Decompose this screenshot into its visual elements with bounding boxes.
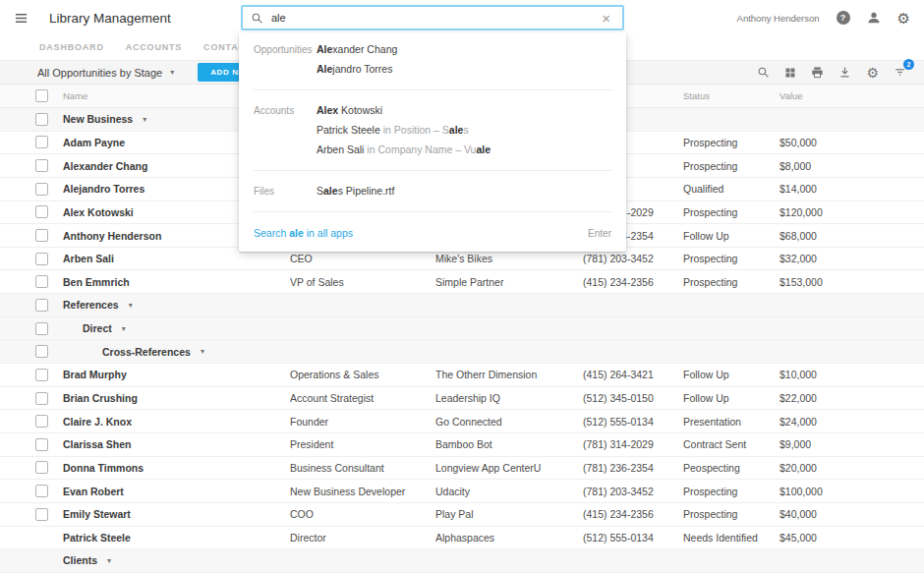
- cell-value: $14,000: [780, 183, 924, 195]
- cell-status: Follow Up: [683, 369, 780, 380]
- search-result[interactable]: Arben Sali in Company Name – Vuale: [317, 143, 611, 155]
- select-all-checkbox[interactable]: [35, 89, 48, 102]
- cell-status: Peospecting: [683, 462, 780, 474]
- dropdown-section-files: FilesSales Pipeline.rtf: [239, 174, 626, 208]
- cell-phone: (781) 236-2354: [583, 462, 683, 474]
- filter-icon[interactable]: 2: [892, 64, 908, 81]
- cell-status: Prospecting: [683, 276, 780, 288]
- collapse-caret-icon[interactable]: ▾: [107, 556, 111, 565]
- cell-status: Follow Up: [683, 392, 780, 404]
- row-checkbox[interactable]: [35, 461, 48, 474]
- user-icon[interactable]: [867, 11, 881, 25]
- top-bar: Library Management × Anthony Henderson ?…: [0, 0, 924, 35]
- group-row[interactable]: Cross-References▾: [0, 340, 924, 364]
- grid-view-icon[interactable]: [782, 65, 798, 81]
- table-row[interactable]: Ben EmmrichVP of SalesSimple Partner(415…: [0, 270, 924, 294]
- cell-status: Prospecting: [683, 160, 780, 172]
- cell-title: Director: [290, 532, 435, 544]
- row-checkbox[interactable]: [35, 113, 48, 126]
- dropdown-sections: OpportunitiesAlexander ChangAlejandro To…: [239, 32, 626, 208]
- row-checkbox[interactable]: [35, 183, 48, 196]
- row-checkbox[interactable]: [35, 508, 48, 521]
- table-row[interactable]: Brian CrushingAccount StrategistLeadersh…: [0, 387, 924, 411]
- section-label: Opportunities: [254, 43, 317, 83]
- row-name: Alejandro Torres: [63, 183, 144, 195]
- row-checkbox[interactable]: [35, 345, 48, 358]
- cell-status: Presentation: [683, 416, 780, 428]
- search-result[interactable]: Sales Pipeline.rtf: [317, 185, 611, 197]
- cell-status: Follow Up: [683, 230, 780, 242]
- row-checkbox[interactable]: [35, 485, 48, 497]
- cell-company: Alphaspaces: [435, 532, 583, 544]
- cell-phone: (781) 314-2029: [583, 438, 683, 450]
- row-checkbox[interactable]: [35, 253, 48, 265]
- cell-value: $10,000: [780, 369, 924, 380]
- global-search[interactable]: ×: [241, 5, 624, 30]
- row-checkbox[interactable]: [35, 415, 48, 428]
- search-result[interactable]: Patrick Steele in Position – Sales: [317, 124, 611, 136]
- tab-accounts[interactable]: ACCOUNTS: [126, 35, 182, 60]
- row-checkbox[interactable]: [35, 136, 48, 148]
- search-all-link[interactable]: Search ale in all apps: [254, 227, 353, 239]
- row-checkbox[interactable]: [35, 438, 48, 451]
- view-selector[interactable]: All Opportunities by Stage ▾: [37, 67, 174, 79]
- table-row[interactable]: Patrick SteeleDirectorAlphaspaces(512) 5…: [0, 527, 924, 550]
- row-checkbox[interactable]: [35, 392, 48, 405]
- cell-status: Prospecting: [683, 253, 780, 264]
- search-result[interactable]: Alexander Chang: [317, 43, 611, 55]
- collapse-caret-icon[interactable]: ▾: [143, 115, 146, 124]
- top-right-actions: Anthony Henderson ? ⚙: [737, 11, 910, 26]
- cell-status: Qualified: [683, 183, 780, 195]
- filter-count-badge: 2: [903, 59, 914, 70]
- group-row[interactable]: Direct▾: [0, 317, 924, 341]
- cell-title: President: [290, 438, 435, 450]
- row-checkbox[interactable]: [35, 322, 48, 335]
- table-row[interactable]: Emily StewartCOOPlay Pal(415) 234-2356Pr…: [0, 503, 924, 527]
- collapse-caret-icon[interactable]: ▾: [129, 301, 133, 310]
- row-name: Alexander Chang: [63, 160, 147, 172]
- search-icon[interactable]: [755, 64, 772, 81]
- table-row[interactable]: Brad MurphyOperations & SalesThe Otherr …: [0, 364, 924, 387]
- hamburger-menu-icon[interactable]: [14, 11, 33, 26]
- app-window: Library Management × Anthony Henderson ?…: [0, 0, 924, 573]
- page-title: Library Management: [49, 11, 171, 26]
- table-row[interactable]: Clarissa ShenPresidentBamboo Bot(781) 31…: [0, 433, 924, 457]
- cell-title: Founder: [290, 416, 435, 428]
- row-checkbox[interactable]: [35, 205, 48, 218]
- table-settings-gear-icon[interactable]: ⚙: [864, 64, 881, 82]
- cell-status: Prospecting: [683, 486, 780, 497]
- row-checkbox[interactable]: [35, 229, 48, 242]
- group-row[interactable]: References▾: [0, 294, 924, 317]
- search-result[interactable]: Alex Kotowski: [317, 104, 611, 116]
- cell-company: Mike's Bikes: [435, 253, 583, 264]
- download-icon[interactable]: [837, 64, 853, 81]
- collapse-caret-icon[interactable]: ▾: [122, 324, 126, 333]
- row-checkbox[interactable]: [35, 275, 48, 288]
- help-icon[interactable]: ?: [837, 11, 850, 25]
- search-input[interactable]: [271, 12, 598, 24]
- tab-dashboard[interactable]: DASHBOARD: [39, 35, 104, 60]
- row-checkbox[interactable]: [35, 369, 48, 381]
- row-checkbox[interactable]: [35, 299, 48, 312]
- settings-gear-icon[interactable]: ⚙: [897, 11, 910, 26]
- table-row[interactable]: Claire J. KnoxFounderGo Connected(512) 5…: [0, 410, 924, 433]
- table-row[interactable]: Donna TimmonsBusiness ConsultantLongview…: [0, 457, 924, 481]
- print-icon[interactable]: [809, 64, 826, 81]
- cell-value: $68,000: [780, 230, 924, 242]
- column-header-value[interactable]: Value: [780, 90, 924, 101]
- cell-phone: (415) 234-2356: [583, 508, 683, 520]
- close-icon[interactable]: ×: [598, 11, 614, 26]
- column-header-status[interactable]: Status: [683, 90, 780, 101]
- row-name: References: [63, 299, 119, 311]
- cell-phone: (512) 555-0134: [583, 532, 683, 544]
- cell-company: Play Pal: [435, 508, 583, 520]
- row-name: Brian Crushing: [63, 392, 138, 404]
- section-label: Accounts: [254, 104, 317, 163]
- row-checkbox[interactable]: [35, 159, 48, 172]
- table-row[interactable]: Evan RobertNew Business DeveloperUdacity…: [0, 480, 924, 503]
- group-row[interactable]: Clients▾: [0, 549, 924, 573]
- search-result[interactable]: Alejandro Torres: [317, 63, 611, 75]
- toolbar-icons: ⚙ 2: [755, 64, 908, 82]
- cell-value: $32,000: [780, 253, 924, 264]
- collapse-caret-icon[interactable]: ▾: [201, 347, 204, 356]
